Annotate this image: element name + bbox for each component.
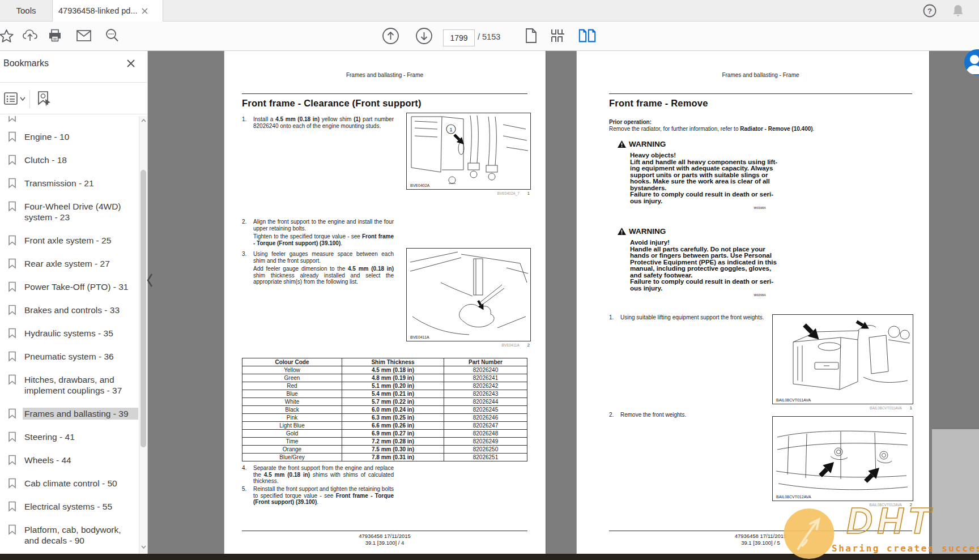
bookmark-item[interactable]: Hitches, drawbars, and implement couplin…: [8, 374, 138, 396]
step-text: Using suitable lifting equipment support…: [620, 314, 768, 321]
table-row: Light Blue6.6 mm (0.26 in)82026247: [242, 422, 527, 430]
scroll-up-icon[interactable]: [141, 119, 146, 122]
figure-code: BVE0402A_7: [497, 191, 520, 195]
bookmark-item[interactable]: Engine - 10: [8, 131, 138, 143]
notifications-bell-icon[interactable]: [951, 3, 968, 18]
bookmark-item[interactable]: Platform, cab, bodywork, and decals - 90: [8, 524, 138, 546]
bookmark-item[interactable]: Clutch - 18: [8, 154, 138, 166]
bookmark-ribbon-icon: [8, 408, 16, 420]
figure-caption: BAIL08CVT011AVA 1: [772, 405, 912, 411]
locate-bookmark-icon[interactable]: [36, 91, 52, 108]
table-row: White5.7 mm (0.22 in)82026244: [242, 398, 527, 406]
step-text: Install a 4.5 mm (0.18 in) yellow shim (…: [253, 116, 394, 129]
tab-close-icon[interactable]: [142, 8, 148, 14]
bookmark-item[interactable]: Front axle system - 25: [8, 234, 138, 246]
bookmark-ribbon-icon: [8, 431, 16, 443]
document-tab-label: 47936458-linked pd...: [58, 6, 137, 15]
print-icon[interactable]: [45, 22, 65, 50]
bookmark-ribbon-icon: [8, 234, 16, 246]
table-row: Orange7.5 mm (0.30 in)82026250: [242, 446, 527, 454]
bookmark-item[interactable]: Power Take-Off (PTO) - 31: [8, 281, 138, 293]
help-icon[interactable]: ?: [922, 3, 938, 18]
main-toolbar: / 5153: [0, 22, 979, 51]
bookmark-item[interactable]: Transmission - 21: [8, 177, 138, 189]
bookmark-item-label: Hitches, drawbars, and implement couplin…: [23, 374, 138, 396]
chevron-down-icon[interactable]: [20, 97, 25, 101]
bookmark-item[interactable]: Wheels - 44: [8, 454, 138, 466]
bookmark-ribbon-icon: [8, 327, 16, 339]
bookmark-item[interactable]: Cab climate control - 50: [8, 477, 138, 489]
column-header: Colour Code: [242, 358, 342, 366]
previous-page-icon[interactable]: [381, 22, 400, 50]
step-number: 3.: [242, 251, 249, 287]
step-number: 1.: [242, 116, 249, 131]
warning-triangle-icon: [618, 140, 626, 148]
sidebar-scrollbar[interactable]: [139, 116, 148, 554]
bookmark-item[interactable]: Rear axle system - 27: [8, 258, 138, 270]
bookmark-item[interactable]: Steering - 41: [8, 431, 138, 443]
figure-caption: BVE0411A 2: [406, 343, 530, 348]
tab-tools[interactable]: Tools: [0, 0, 52, 21]
bookmark-item[interactable]: Brakes and controls - 33: [8, 304, 138, 316]
svg-text:1: 1: [449, 127, 452, 132]
collapse-panel-icon[interactable]: [146, 271, 155, 290]
step-number: 5.: [242, 486, 249, 507]
svg-text:?: ?: [927, 7, 932, 15]
warning-title: WARNING: [629, 227, 666, 236]
next-page-icon[interactable]: [414, 22, 433, 50]
bookmark-ribbon-icon: [8, 501, 16, 512]
divider: [29, 90, 30, 108]
single-page-view-icon[interactable]: [521, 22, 540, 50]
bookmark-ribbon-icon: [8, 116, 16, 124]
warning-triangle-icon: [618, 228, 626, 235]
bookmark-item[interactable]: [8, 116, 138, 124]
step-text: Tighten to the specified torque value - …: [253, 233, 394, 246]
pdf-page-right: Frames and ballasting - Frame Front fram…: [577, 50, 929, 560]
sidebar-scrollbar-thumb[interactable]: [141, 170, 146, 447]
figure-caption: BVE0402A_7 1: [406, 191, 530, 196]
bookmark-item-label: Electrical systems - 55: [23, 501, 138, 512]
bookmark-ribbon-icon: [8, 454, 16, 466]
bookmark-ribbon-icon: [8, 477, 16, 489]
table-row: Pink6.3 mm (0.25 in)82026246: [242, 414, 527, 422]
bookmark-item[interactable]: Four-Wheel Drive (4WD) system - 23: [8, 200, 138, 223]
email-icon[interactable]: [74, 22, 93, 50]
user-avatar[interactable]: [964, 49, 979, 75]
bookmark-item[interactable]: Electrical systems - 55: [8, 501, 138, 512]
figure-feeler-gauge: BVE0411A: [406, 248, 531, 341]
page-total-label: / 5153: [478, 32, 500, 41]
continuous-scroll-view-icon[interactable]: [548, 22, 568, 50]
header-rule: [609, 93, 912, 94]
bookmark-item-label: [23, 116, 138, 124]
favorites-star-icon[interactable]: [0, 22, 16, 50]
bookmarks-close-icon[interactable]: [126, 59, 137, 69]
tab-document[interactable]: 47936458-linked pd...: [52, 0, 163, 22]
figure-number: 1: [527, 191, 530, 196]
procedure-step: 2. Align the front support to the engine…: [242, 219, 394, 248]
step-number: 2.: [609, 412, 616, 420]
bookmarks-list: Engine - 10 Clutch - 18 Transmission - 2…: [8, 116, 138, 554]
bookmark-item[interactable]: Frames and ballasting - 39: [8, 408, 138, 420]
bookmark-ribbon-icon: [8, 177, 16, 189]
footer-doc-number: 47936458 17/11/2015: [242, 533, 527, 540]
step-text: Add feeler gauge dimension to the 4.5 mm…: [253, 266, 394, 285]
two-page-view-icon[interactable]: [578, 22, 597, 50]
procedure-step: 1. Install a 4.5 mm (0.18 in) yellow shi…: [242, 116, 394, 131]
table-row: Time7.2 mm (0.28 in)82026249: [242, 438, 527, 446]
scroll-down-icon[interactable]: [141, 545, 146, 549]
bookmark-options-icon[interactable]: [4, 92, 18, 105]
table-row: Red5.1 mm (0.20 in)82026242: [242, 382, 527, 390]
bookmarks-panel-title: Bookmarks: [3, 58, 49, 69]
bookmark-ribbon-icon: [8, 200, 16, 223]
warning-header: WARNING: [618, 140, 835, 148]
search-tools-icon[interactable]: [103, 22, 122, 50]
figure-remove-weights: BAIL08CVT012AVA: [772, 416, 913, 501]
prior-operation-label: Prior operation:: [609, 119, 652, 125]
table-row: Black6.0 mm (0.24 in)82026245: [242, 406, 527, 414]
bookmark-item[interactable]: Pneumatic system - 36: [8, 350, 138, 362]
page-number-input[interactable]: [443, 29, 475, 46]
cloud-upload-icon[interactable]: [20, 22, 40, 50]
warning-text: Avoid injury! Handle all parts carefully…: [630, 240, 835, 292]
bookmark-item[interactable]: Hydraulic systems - 35: [8, 327, 138, 339]
bookmark-item-label: Platform, cab, bodywork, and decals - 90: [23, 524, 138, 546]
